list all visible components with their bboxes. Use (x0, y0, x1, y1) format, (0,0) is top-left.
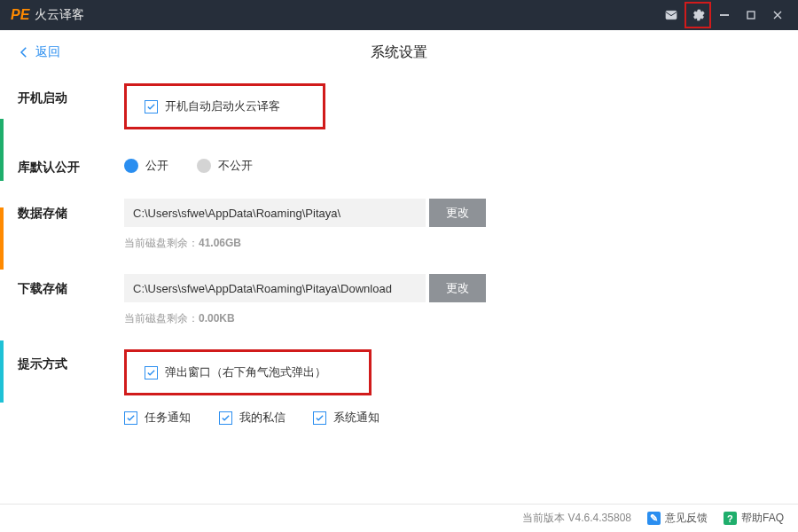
svg-rect-2 (747, 12, 755, 19)
close-icon[interactable] (764, 2, 791, 28)
check-icon (145, 366, 158, 379)
disk-free-download: 当前磁盘剩余：0.00KB (124, 311, 780, 326)
page-title: 系统设置 (371, 43, 427, 62)
radio-dot-selected (124, 159, 138, 173)
titlebar: PE 火云译客 (0, 0, 798, 30)
settings-content: 开机启动 开机自动启动火云译客 库默认公开 公开 不公开 数据存储 (0, 74, 798, 426)
check-icon (145, 100, 158, 113)
highlight-box-startup: 开机自动启动火云译客 (124, 83, 325, 129)
label-library-public: 库默认公开 (18, 153, 124, 176)
checkbox-popup[interactable]: 弹出窗口（右下角气泡式弹出） (145, 364, 326, 380)
checkbox-autostart[interactable]: 开机自动启动火云译客 (145, 98, 280, 114)
checkbox-popup-label: 弹出窗口（右下角气泡式弹出） (165, 364, 326, 380)
app-name: 火云译客 (35, 7, 84, 23)
input-download-path[interactable] (124, 274, 426, 302)
label-data-storage: 数据存储 (18, 199, 124, 222)
check-icon (313, 411, 326, 425)
radio-dot-unselected (197, 159, 211, 173)
change-download-path-button[interactable]: 更改 (429, 274, 486, 302)
radio-public-label: 公开 (145, 158, 168, 174)
back-button[interactable]: 返回 (16, 44, 60, 60)
version-text: 当前版本 V4.6.4.35808 (522, 511, 631, 526)
svg-rect-1 (720, 14, 728, 15)
maximize-icon[interactable] (738, 2, 764, 28)
checkbox-pm-label: 我的私信 (239, 410, 286, 426)
feedback-label: 意见反馈 (665, 511, 708, 526)
checkbox-pm-notify[interactable]: 我的私信 (219, 410, 286, 426)
checkbox-task-label: 任务通知 (145, 410, 191, 426)
page-header: 返回 系统设置 (0, 30, 798, 74)
footer: 当前版本 V4.6.4.35808 ✎ 意见反馈 ? 帮助FAQ (0, 504, 798, 532)
app-logo: PE (11, 7, 29, 23)
faq-link[interactable]: ? 帮助FAQ (724, 511, 784, 526)
feedback-icon: ✎ (647, 512, 661, 525)
checkbox-sys-label: 系统通知 (333, 410, 379, 426)
input-data-path[interactable] (124, 199, 426, 227)
faq-label: 帮助FAQ (741, 511, 784, 526)
check-icon (219, 411, 232, 425)
mail-icon[interactable] (658, 2, 685, 28)
back-label: 返回 (35, 44, 60, 60)
checkbox-autostart-label: 开机自动启动火云译客 (165, 98, 280, 114)
minimize-icon[interactable] (711, 2, 738, 28)
label-startup: 开机启动 (18, 83, 124, 106)
disk-free-data: 当前磁盘剩余：41.06GB (124, 236, 780, 251)
feedback-link[interactable]: ✎ 意见反馈 (647, 511, 708, 526)
faq-icon: ? (724, 512, 737, 525)
svg-rect-0 (666, 11, 677, 19)
radio-private-label: 不公开 (218, 158, 253, 174)
label-download-storage: 下载存储 (18, 274, 124, 297)
side-stripe (0, 30, 4, 403)
checkbox-task-notify[interactable]: 任务通知 (124, 410, 191, 426)
settings-gear-icon[interactable] (685, 2, 711, 28)
change-data-path-button[interactable]: 更改 (429, 199, 486, 227)
radio-public[interactable]: 公开 (124, 158, 168, 174)
check-icon (124, 411, 137, 425)
highlight-box-popup: 弹出窗口（右下角气泡式弹出） (124, 349, 372, 395)
radio-private[interactable]: 不公开 (197, 158, 253, 174)
label-notify: 提示方式 (18, 349, 124, 372)
checkbox-sys-notify[interactable]: 系统通知 (313, 410, 379, 426)
